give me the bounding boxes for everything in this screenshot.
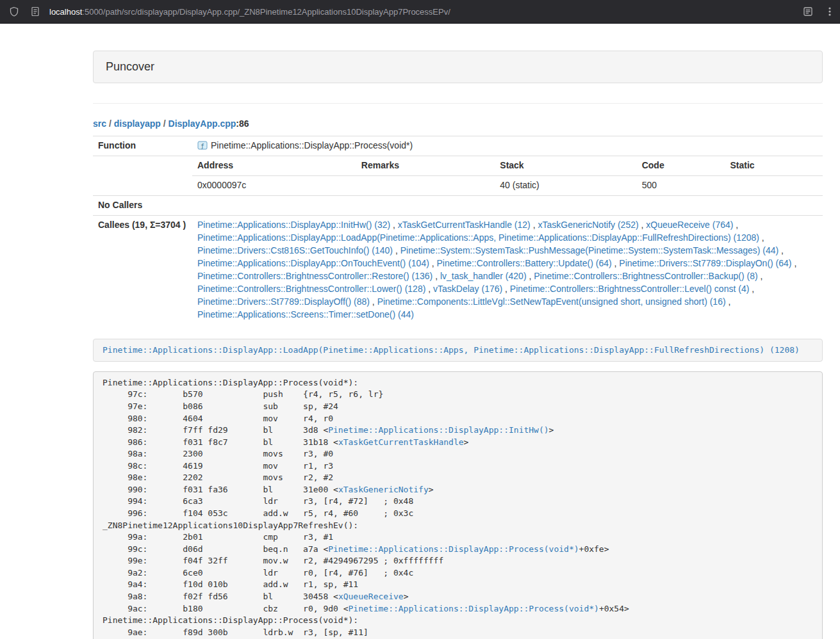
stats-header-code: Code (637, 156, 725, 175)
callee-link[interactable]: Pinetime::Drivers::Cst816S::GetTouchInfo… (197, 245, 393, 255)
callee-link[interactable]: Pinetime::Controllers::BrightnessControl… (197, 284, 425, 294)
code-line: 97c: b570 push {r4, r5, r6, lr} (103, 389, 813, 401)
code-line: 980: 4604 mov r4, r0 (103, 413, 813, 425)
callee-link[interactable]: Pinetime::Controllers::Battery::Update()… (437, 258, 612, 268)
stats-header-row: Address Remarks Stack Code Static (192, 156, 823, 175)
breadcrumb-line-number: :86 (236, 118, 249, 129)
page-title: Puncover (106, 60, 154, 73)
code-line: 99e: f04f 32ff mov.w r2, #4294967295 ; 0… (103, 555, 813, 567)
code-line: 97e: b086 sub sp, #24 (103, 401, 813, 413)
callees-label: Callees (19, Σ=3704 ) (93, 215, 192, 324)
callee-link[interactable]: Pinetime::Applications::DisplayApp::OnTo… (197, 258, 429, 268)
callee-link[interactable]: xTaskGetCurrentTaskHandle (12) (398, 220, 531, 230)
function-row: Function ƒPinetime::Applications::Displa… (93, 136, 823, 156)
callee-link[interactable]: lv_task_handler (420) (440, 271, 527, 281)
callee-link[interactable]: Pinetime::Drivers::St7789::DisplayOn() (… (619, 258, 791, 268)
page-content: Puncover src / displayapp / DisplayApp.c… (0, 24, 840, 639)
callee-link[interactable]: xQueueReceive (764) (646, 220, 733, 230)
code-line: 98e: 2202 movs r2, #2 (103, 472, 813, 484)
callee-link[interactable]: Pinetime::Drivers::St7789::DisplayOff() … (197, 296, 370, 307)
callee-link[interactable]: vTaskDelay (176) (433, 284, 502, 294)
highlighted-callee-panel: Pinetime::Applications::DisplayApp::Load… (93, 339, 823, 362)
code-line: 99c: d06d beq.n a7a <Pinetime::Applicati… (103, 544, 813, 556)
stat-remarks (356, 175, 495, 195)
disassembly: Pinetime::Applications::DisplayApp::Proc… (93, 371, 823, 639)
callee-link[interactable]: Pinetime::Controllers::BrightnessControl… (510, 284, 749, 294)
code-line: 994: 6ca3 ldr r3, [r4, #72] ; 0x48 (103, 496, 813, 508)
tracking-protection-shield-icon[interactable] (9, 6, 19, 17)
stat-static (725, 175, 823, 195)
code-line: 98a: 2300 movs r3, #0 (103, 448, 813, 460)
stat-code: 500 (637, 175, 725, 195)
code-line: 990: f031 fa36 bl 31e00 <xTaskGenericNot… (103, 484, 813, 496)
function-details-table: Function ƒPinetime::Applications::Displa… (93, 136, 823, 325)
code-line: 99a: 2b01 cmp r3, #1 (103, 531, 813, 544)
breadcrumb: src / displayapp / DisplayApp.cpp:86 (93, 117, 823, 130)
breadcrumb-separator: / (161, 118, 169, 129)
stats-header-static: Static (725, 156, 823, 175)
code-line: 98c: 4619 mov r1, r3 (103, 460, 813, 473)
no-callers-row: No Callers (93, 195, 823, 215)
stat-stack: 40 (static) (495, 175, 636, 195)
function-label: Function (93, 136, 192, 156)
callees-list: Pinetime::Applications::DisplayApp::Init… (192, 215, 823, 324)
url-host: localhost (49, 7, 82, 17)
callee-link[interactable]: xTaskGenericNotify (252) (538, 220, 638, 230)
site-identity-page-icon[interactable] (31, 6, 40, 17)
stats-header-remarks: Remarks (356, 156, 495, 175)
code-symbol-link[interactable]: xTaskGenericNotify (338, 485, 429, 494)
callee-link[interactable]: Pinetime::Controllers::BrightnessControl… (534, 271, 757, 281)
code-symbol-link[interactable]: xTaskGetCurrentTaskHandle (338, 437, 464, 447)
breadcrumb-separator: / (106, 118, 114, 129)
divider (93, 103, 823, 104)
stat-address: 0x0000097c (192, 175, 356, 195)
callee-link[interactable]: Pinetime::Applications::DisplayApp::Load… (197, 232, 759, 243)
callees-row: Callees (19, Σ=3704 ) Pinetime::Applicat… (93, 215, 823, 324)
code-symbol-link[interactable]: Pinetime::Applications::DisplayApp::Proc… (328, 544, 579, 554)
code-line: 9ae: f89d 300b ldrb.w r3, [sp, #11] (103, 627, 813, 639)
stats-values-row: 0x0000097c 40 (static) 500 (192, 175, 823, 195)
svg-text:ƒ: ƒ (201, 143, 204, 149)
no-callers-cell (192, 195, 823, 215)
code-symbol-link[interactable]: Pinetime::Applications::DisplayApp::Proc… (349, 604, 599, 613)
callee-link[interactable]: Pinetime::System::SystemTask::PushMessag… (400, 245, 779, 255)
code-line: 986: f031 f8c7 bl 31b18 <xTaskGetCurrent… (103, 437, 813, 449)
breadcrumb-link[interactable]: DisplayApp.cpp (169, 118, 236, 129)
url-bar[interactable]: localhost:5000/path/src/displayapp/Displ… (49, 7, 793, 17)
code-line: 9a8: f02f fd56 bl 30458 <xQueueReceive> (103, 591, 813, 603)
code-line: _ZN8Pinetime12Applications10DisplayApp7R… (103, 520, 813, 532)
stats-table: Address Remarks Stack Code Static 0x0000… (192, 156, 823, 195)
code-line: 982: f7ff fd29 bl 3d8 <Pinetime::Applica… (103, 425, 813, 437)
no-callers-label: No Callers (93, 195, 192, 215)
code-symbol-link[interactable]: Pinetime::Applications::DisplayApp::Init… (328, 425, 548, 435)
browser-toolbar: localhost:5000/path/src/displayapp/Displ… (0, 0, 840, 24)
code-line: Pinetime::Applications::DisplayApp::Proc… (103, 377, 813, 389)
callee-link[interactable]: Pinetime::Applications::Screens::Timer::… (197, 309, 414, 320)
code-line: 996: f104 053c add.w r5, r4, #60 ; 0x3c (103, 508, 813, 520)
callee-link[interactable]: Pinetime::Controllers::BrightnessControl… (197, 271, 432, 281)
breadcrumb-link[interactable]: displayapp (114, 118, 161, 129)
function-name-cell: ƒPinetime::Applications::DisplayApp::Pro… (192, 136, 823, 156)
function-icon: ƒ (197, 140, 208, 150)
stats-row-label (93, 156, 192, 195)
code-line: 9a4: f10d 010b add.w r1, sp, #11 (103, 579, 813, 591)
code-line: 9ac: b180 cbz r0, 9d0 <Pinetime::Applica… (103, 603, 813, 615)
stats-cell: Address Remarks Stack Code Static 0x0000… (192, 156, 823, 195)
function-name: Pinetime::Applications::DisplayApp::Proc… (211, 140, 413, 150)
kebab-menu-icon[interactable] (828, 6, 831, 17)
code-symbol-link[interactable]: xQueueReceive (338, 592, 404, 601)
stats-header-address: Address (192, 156, 356, 175)
url-path: :5000/path/src/displayapp/DisplayApp.cpp… (82, 7, 450, 17)
highlighted-callee-link[interactable]: Pinetime::Applications::DisplayApp::Load… (103, 345, 800, 355)
puncover-header-panel: Puncover (93, 51, 823, 83)
breadcrumb-link[interactable]: src (93, 118, 106, 129)
code-line: 9a2: 6ce0 ldr r0, [r4, #76] ; 0x4c (103, 567, 813, 579)
stats-header-stack: Stack (495, 156, 636, 175)
stats-row: Address Remarks Stack Code Static 0x0000… (93, 156, 823, 195)
callee-link[interactable]: Pinetime::Applications::DisplayApp::Init… (197, 220, 390, 230)
reader-view-icon[interactable] (803, 6, 813, 17)
callee-link[interactable]: Pinetime::Components::LittleVgl::SetNewT… (377, 296, 726, 307)
code-line: Pinetime::Applications::DisplayApp::Proc… (103, 615, 813, 627)
